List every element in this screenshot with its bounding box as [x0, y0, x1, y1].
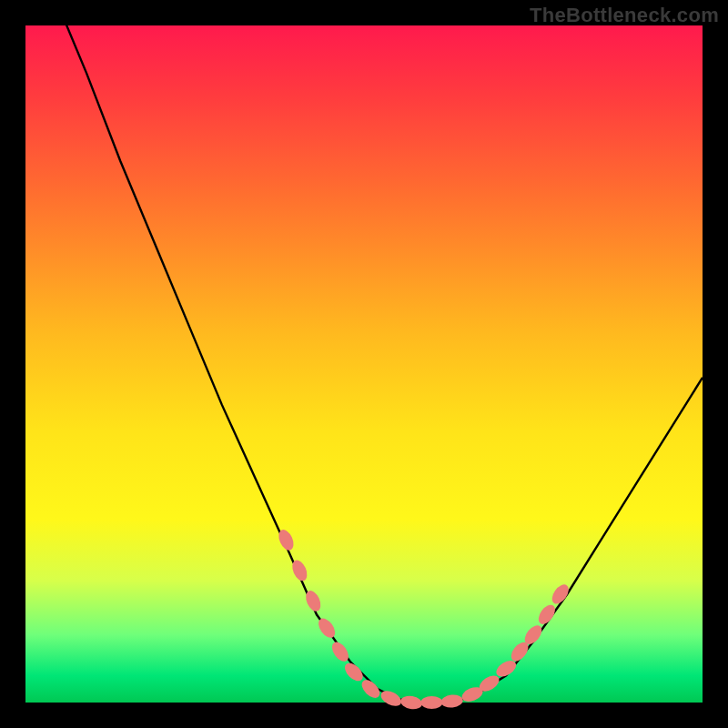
chart-frame: TheBottleneck.com — [0, 0, 728, 728]
curve-marker — [399, 694, 423, 711]
curve-path — [25, 0, 703, 703]
curve-marker — [341, 660, 366, 684]
curve-marker — [420, 696, 442, 709]
curve-marker — [440, 693, 463, 708]
watermark-text: TheBottleneck.com — [530, 4, 719, 27]
bottleneck-curve — [25, 25, 703, 703]
chart-plot-area — [25, 25, 703, 703]
